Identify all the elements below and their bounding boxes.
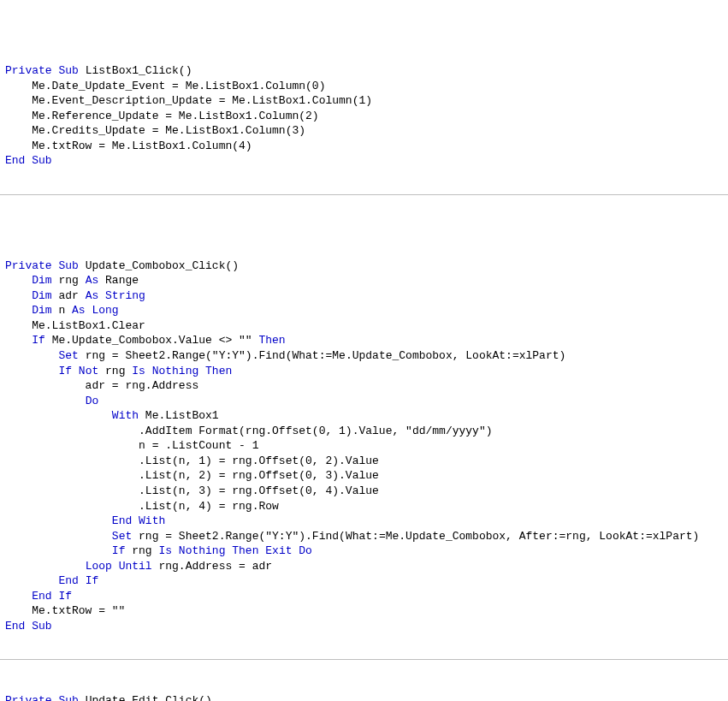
keyword-token: Private Sub: [5, 694, 79, 701]
keyword-token: Private Sub: [5, 64, 79, 77]
keyword-token: Dim: [32, 304, 51, 317]
keyword-token: If: [32, 334, 45, 347]
keyword-token: Set: [58, 349, 78, 362]
keyword-token: Dim: [32, 274, 51, 287]
keyword-token: Is Nothing Then Exit Do: [158, 544, 311, 557]
keyword-token: End If: [58, 574, 98, 587]
keyword-token: Loop Until: [86, 560, 152, 573]
keyword-token: End Sub: [5, 620, 52, 633]
keyword-token: End With: [112, 514, 165, 527]
keyword-token: Then: [258, 334, 285, 347]
keyword-token: End If: [32, 590, 72, 603]
keyword-token: As Long: [72, 304, 119, 317]
keyword-token: With: [112, 409, 139, 422]
keyword-token: Private Sub: [5, 259, 79, 272]
keyword-token: If Not: [58, 365, 98, 377]
keyword-token: Dim: [32, 289, 51, 302]
keyword-token: As: [86, 274, 99, 287]
code-segment-1[interactable]: Private Sub ListBox1_Click() Me.Date_Upd…: [0, 60, 728, 179]
code-segment-2[interactable]: Private Sub Update_Combobox_Click() Dim …: [0, 210, 728, 644]
keyword-token: Do: [86, 395, 99, 407]
proc-separator: [0, 659, 728, 660]
proc-separator: [0, 194, 728, 195]
keyword-token: As String: [86, 289, 145, 302]
keyword-token: Is Nothing Then: [132, 365, 232, 377]
keyword-token: End Sub: [5, 154, 52, 167]
code-segment-3[interactable]: Private Sub Update_Edit_Click() Dim r As…: [0, 675, 728, 701]
keyword-token: Set: [112, 530, 132, 543]
keyword-token: If: [112, 544, 126, 557]
